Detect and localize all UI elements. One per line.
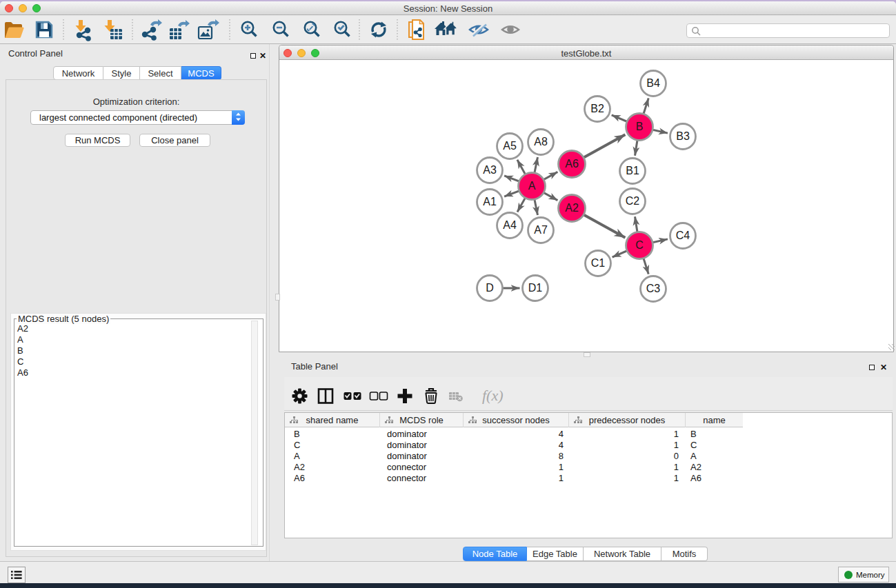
svg-text:C3: C3 bbox=[646, 283, 661, 294]
svg-text:B1: B1 bbox=[626, 165, 639, 176]
svg-text:B3: B3 bbox=[676, 130, 690, 142]
svg-text:A5: A5 bbox=[503, 140, 517, 152]
svg-text:A: A bbox=[528, 180, 536, 192]
svg-text:C: C bbox=[635, 239, 644, 251]
svg-text:B4: B4 bbox=[646, 77, 660, 89]
svg-text:A4: A4 bbox=[503, 219, 517, 231]
svg-text:A8: A8 bbox=[534, 136, 548, 148]
svg-text:C4: C4 bbox=[676, 230, 690, 241]
svg-text:A3: A3 bbox=[483, 164, 497, 176]
svg-text:A2: A2 bbox=[565, 202, 579, 214]
svg-text:B2: B2 bbox=[590, 103, 604, 114]
svg-text:D1: D1 bbox=[528, 282, 543, 294]
svg-text:C1: C1 bbox=[591, 257, 606, 269]
svg-text:C2: C2 bbox=[626, 195, 640, 207]
svg-text:A1: A1 bbox=[483, 196, 497, 207]
svg-text:B: B bbox=[636, 121, 644, 132]
svg-text:f(x): f(x) bbox=[482, 387, 504, 404]
svg-text:A7: A7 bbox=[534, 224, 548, 236]
svg-text:D: D bbox=[486, 282, 494, 294]
svg-text:A6: A6 bbox=[565, 158, 579, 170]
